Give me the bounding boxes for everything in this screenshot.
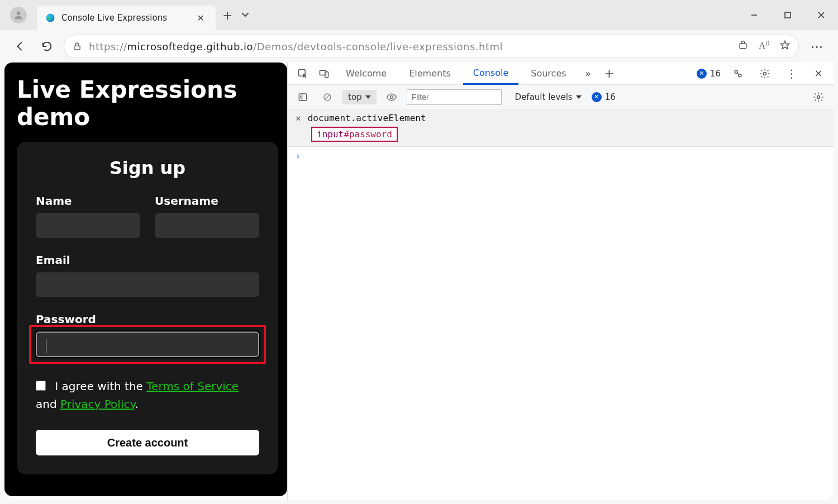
svg-rect-14 (299, 94, 307, 100)
favorite-icon[interactable] (779, 40, 791, 53)
sidebar-toggle-icon[interactable] (293, 88, 312, 107)
create-account-button[interactable]: Create account (36, 430, 259, 455)
password-input[interactable] (36, 332, 259, 357)
tab-elements[interactable]: Elements (399, 63, 461, 85)
terms-link[interactable]: Terms of Service (146, 380, 239, 393)
username-input[interactable] (155, 213, 259, 238)
maximize-button[interactable] (771, 0, 804, 30)
edge-favicon (45, 12, 56, 23)
live-expression-code[interactable]: document.activeElement (308, 113, 426, 123)
username-field-group: Username (155, 194, 259, 238)
console-settings-icon[interactable] (809, 88, 828, 107)
titlebar: Console Live Expressions ✕ + (0, 0, 838, 30)
error-count-pill[interactable]: ✕ 16 (697, 69, 721, 79)
new-tab-button[interactable]: + (216, 8, 239, 22)
live-expression-row: ✕ document.activeElement input#password (288, 109, 834, 147)
agree-text-suffix: . (135, 397, 138, 411)
url-host: microsoftedge.github.io (127, 41, 254, 52)
read-aloud-icon[interactable]: A)) (759, 40, 769, 53)
tab-console[interactable]: Console (463, 63, 519, 85)
devtools-menu-icon[interactable]: ⋮ (782, 64, 801, 83)
text-caret (46, 339, 46, 353)
url-path: /Demos/devtools-console/live-expressions… (253, 41, 503, 52)
devtools-tabbar: Welcome Elements Console Sources » + ✕ 1… (288, 63, 834, 85)
svg-point-13 (764, 72, 766, 75)
svg-line-17 (325, 95, 330, 99)
refresh-button[interactable] (37, 36, 57, 56)
agree-text-prefix: I agree with the (51, 380, 146, 393)
privacy-link[interactable]: Privacy Policy (60, 397, 135, 411)
log-levels-dropdown[interactable]: Default levels (515, 92, 582, 102)
clear-console-icon[interactable] (318, 88, 337, 107)
url-protocol: https:// (89, 41, 127, 52)
close-window-button[interactable] (804, 0, 838, 30)
settings-gear-icon[interactable] (755, 64, 774, 83)
signup-card: Sign up Name Username Email Pa (17, 142, 278, 474)
agree-row: I agree with the Terms of Service and Pr… (36, 377, 259, 413)
console-toolbar: top Default levels ✕ 16 (288, 85, 834, 109)
url-text: https://microsoftedge.github.io/Demos/de… (89, 41, 503, 52)
lock-icon (72, 41, 82, 51)
devtools-panel: Welcome Elements Console Sources » + ✕ 1… (287, 63, 834, 500)
more-tabs-icon[interactable]: » (579, 64, 598, 83)
address-bar-row: https://microsoftedge.github.io/Demos/de… (0, 30, 838, 63)
name-field-group: Name (36, 194, 140, 238)
address-bar[interactable]: https://microsoftedge.github.io/Demos/de… (64, 35, 799, 58)
email-input[interactable] (36, 272, 259, 297)
error-count: 16 (710, 69, 721, 79)
device-toolbar-icon[interactable] (315, 64, 334, 83)
context-selector[interactable]: top (342, 90, 377, 104)
console-body[interactable]: › (288, 147, 834, 500)
new-tab-icon[interactable]: + (600, 64, 619, 83)
tab-close-button[interactable]: ✕ (194, 13, 208, 23)
svg-point-0 (17, 11, 21, 15)
email-label: Email (36, 253, 259, 267)
name-input[interactable] (36, 213, 140, 238)
password-label: Password (36, 313, 259, 326)
live-expression-remove-icon[interactable]: ✕ (296, 113, 301, 123)
svg-rect-10 (325, 71, 328, 77)
result-tag: input (317, 129, 344, 140)
browser-tab[interactable]: Console Live Expressions ✕ (37, 6, 216, 30)
devtools-close-icon[interactable]: ✕ (809, 64, 828, 83)
password-highlight-box (29, 325, 266, 364)
app-icon[interactable] (737, 40, 749, 53)
live-expression-result[interactable]: input#password (311, 127, 398, 142)
tab-actions-caret[interactable] (239, 10, 251, 21)
svg-rect-3 (785, 12, 791, 18)
back-button[interactable] (10, 36, 30, 56)
svg-point-18 (390, 95, 393, 98)
browser-menu-button[interactable]: ⋯ (806, 40, 828, 54)
levels-label: Default levels (515, 92, 573, 102)
tab-title: Console Live Expressions (61, 13, 188, 23)
tab-welcome[interactable]: Welcome (336, 63, 397, 85)
agree-checkbox[interactable] (36, 381, 46, 391)
username-label: Username (155, 194, 259, 208)
name-label: Name (36, 194, 140, 208)
context-label: top (348, 92, 362, 102)
svg-point-1 (46, 14, 55, 22)
svg-rect-6 (74, 46, 80, 50)
console-prompt-icon: › (296, 151, 301, 161)
password-field-group: Password (36, 313, 259, 326)
activity-icon[interactable] (729, 64, 747, 83)
inspect-element-icon[interactable] (293, 64, 312, 83)
live-expression-eye-icon[interactable] (382, 88, 401, 107)
error-dot-icon: ✕ (697, 69, 707, 79)
filter-input[interactable] (407, 89, 502, 105)
tab-sources[interactable]: Sources (521, 63, 576, 85)
email-field-group: Email (36, 253, 259, 297)
card-heading: Sign up (36, 157, 259, 179)
result-selector: #password (344, 129, 392, 140)
webpage-viewport: Live Expressions demo Sign up Name Usern… (4, 63, 287, 496)
agree-text-mid: and (36, 397, 60, 411)
issues-pill[interactable]: ✕ 16 (592, 92, 616, 102)
svg-point-19 (817, 95, 820, 98)
issues-dot-icon: ✕ (592, 92, 602, 102)
window-controls (737, 0, 838, 30)
issues-count: 16 (605, 92, 616, 102)
svg-rect-7 (740, 44, 746, 49)
profile-avatar[interactable] (10, 7, 27, 23)
page-title: Live Expressions demo (17, 76, 278, 131)
minimize-button[interactable] (737, 0, 771, 30)
